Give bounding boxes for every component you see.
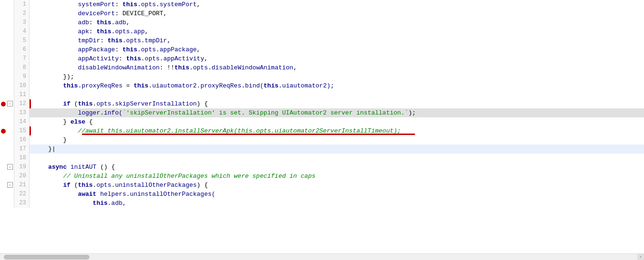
operator-token bbox=[33, 173, 63, 180]
code-cell[interactable]: systemPort: this.opts.systemPort, bbox=[30, 0, 644, 9]
operator-token: } bbox=[63, 136, 67, 144]
horizontal-scrollbar[interactable]: › bbox=[0, 253, 644, 260]
operator-token: }); bbox=[63, 73, 74, 80]
fold-cell: − bbox=[7, 99, 14, 108]
operator-token: { bbox=[85, 118, 93, 125]
code-cell[interactable]: } else { bbox=[30, 117, 644, 126]
code-cell[interactable]: // Uninstall any uninstallOtherPackages … bbox=[30, 172, 644, 181]
code-cell[interactable]: } bbox=[30, 135, 644, 144]
code-cell[interactable]: apk: this.opts.app, bbox=[30, 27, 644, 36]
code-cell[interactable]: this.proxyReqRes = this.uiautomator2.pro… bbox=[30, 81, 644, 90]
operator-token bbox=[33, 82, 63, 89]
identifier-token: opts bbox=[141, 46, 156, 53]
table-row: 14 } else { bbox=[0, 117, 644, 126]
code-cell[interactable]: appActivity: this.opts.appActivity, bbox=[30, 54, 644, 63]
line-number: 1 bbox=[14, 0, 30, 9]
code-cell[interactable]: await helpers.uninstallOtherPackages( bbox=[30, 190, 644, 199]
operator-token bbox=[67, 164, 70, 171]
scrollbar-thumb[interactable] bbox=[4, 255, 89, 260]
operator-token: , bbox=[126, 19, 130, 26]
code-cell[interactable]: tmpDir: this.opts.tmpDir, bbox=[30, 36, 644, 45]
identifier-token: opts bbox=[126, 37, 141, 44]
editor-container: 1 systemPort: this.opts.systemPort,2 dev… bbox=[0, 0, 644, 260]
fold-button[interactable]: − bbox=[7, 164, 13, 170]
fold-cell bbox=[7, 45, 14, 54]
line-number: 5 bbox=[14, 36, 30, 45]
line-number: 11 bbox=[14, 90, 30, 99]
fold-cell: − bbox=[7, 163, 14, 172]
code-cell[interactable]: disableWindowAnimation: !!this.opts.disa… bbox=[30, 63, 644, 72]
identifier-token: apk bbox=[78, 28, 89, 35]
code-cell[interactable]: if (this.opts.skipServerInstallation) { bbox=[30, 99, 644, 108]
identifier-token: uiautomator2); bbox=[282, 82, 334, 89]
code-cell[interactable]: //await this.uiautomator2.installServerA… bbox=[30, 126, 644, 135]
identifier-token: systemPort bbox=[159, 1, 197, 8]
code-cell[interactable]: if (this.opts.uninstallOtherPackages) { bbox=[30, 181, 644, 190]
keyword-token: this bbox=[126, 55, 141, 62]
code-cell[interactable]: }); bbox=[30, 72, 644, 81]
operator-token bbox=[33, 73, 63, 80]
identifier-token: uiautomator2 bbox=[152, 82, 197, 89]
main-code-area: 1 systemPort: this.opts.systemPort,2 dev… bbox=[0, 0, 644, 253]
keyword-token: this bbox=[134, 82, 149, 89]
table-row: 5 tmpDir: this.opts.tmpDir, bbox=[0, 36, 644, 45]
fold-button[interactable]: − bbox=[7, 101, 13, 106]
keyword-token: if bbox=[63, 182, 70, 189]
breakpoint-col bbox=[0, 117, 7, 126]
operator-token bbox=[33, 109, 78, 116]
operator-token: . bbox=[122, 37, 126, 44]
operator-token bbox=[33, 55, 78, 62]
operator-token: . bbox=[111, 19, 115, 26]
operator-token: . bbox=[111, 100, 115, 107]
code-cell[interactable] bbox=[30, 154, 644, 163]
fold-cell bbox=[7, 81, 14, 90]
line-number: 21 bbox=[14, 181, 30, 190]
identifier-token: logger bbox=[78, 109, 100, 116]
keyword-token: this bbox=[108, 37, 122, 44]
code-cell[interactable]: logger.info(`'skipServerInstallation' is… bbox=[30, 108, 644, 117]
fold-cell bbox=[7, 117, 14, 126]
fold-cell bbox=[7, 135, 14, 144]
identifier-token: adb bbox=[115, 19, 126, 26]
code-cell[interactable]: this.adb, bbox=[30, 199, 644, 208]
identifier-token: appActivity bbox=[163, 55, 204, 62]
breakpoint-col bbox=[0, 63, 7, 72]
identifier-token: opts bbox=[193, 64, 208, 71]
identifier-token: opts bbox=[115, 28, 130, 35]
fold-button[interactable]: − bbox=[7, 182, 13, 188]
operator-token bbox=[33, 136, 63, 144]
line-number: 10 bbox=[14, 81, 30, 90]
code-cell[interactable]: }| bbox=[30, 144, 644, 154]
operator-token bbox=[33, 200, 93, 207]
identifier-token: tmpDir bbox=[145, 37, 167, 44]
table-row: 3 adb: this.adb, bbox=[0, 18, 644, 27]
table-row: 7 appActivity: this.opts.appActivity, bbox=[0, 54, 644, 63]
table-row: 10 this.proxyReqRes = this.uiautomator2.… bbox=[0, 81, 644, 90]
table-row: 8 disableWindowAnimation: !!this.opts.di… bbox=[0, 63, 644, 72]
code-cell[interactable]: devicePort: DEVICE_PORT, bbox=[30, 9, 644, 18]
operator-token bbox=[33, 46, 78, 53]
operator-token: : !! bbox=[159, 64, 174, 71]
code-cell[interactable] bbox=[30, 90, 644, 99]
code-cell[interactable]: adb: this.adb, bbox=[30, 18, 644, 27]
breakpoint-col bbox=[0, 72, 7, 81]
operator-token: () { bbox=[97, 164, 115, 171]
breakpoint-col bbox=[0, 81, 7, 90]
table-row: −12 if (this.opts.skipServerInstallation… bbox=[0, 99, 644, 108]
scroll-right-arrow[interactable]: › bbox=[637, 254, 644, 260]
operator-token bbox=[33, 164, 48, 171]
keyword-token: this bbox=[97, 28, 111, 35]
identifier-token: uninstallOtherPackages( bbox=[130, 191, 215, 198]
code-cell[interactable]: appPackage: this.opts.appPackage, bbox=[30, 45, 644, 54]
red-underline bbox=[82, 134, 415, 135]
operator-token: , bbox=[293, 64, 297, 71]
identifier-token: appActivity bbox=[78, 55, 119, 62]
keyword-token: this bbox=[264, 82, 278, 89]
operator-token: . bbox=[141, 55, 145, 62]
line-number: 18 bbox=[14, 154, 30, 163]
operator-token: }| bbox=[33, 145, 56, 153]
breakpoint-col bbox=[0, 199, 7, 208]
code-cell[interactable]: async initAUT () { bbox=[30, 163, 644, 172]
identifier-token: devicePort bbox=[78, 10, 115, 17]
line-number: 9 bbox=[14, 72, 30, 81]
